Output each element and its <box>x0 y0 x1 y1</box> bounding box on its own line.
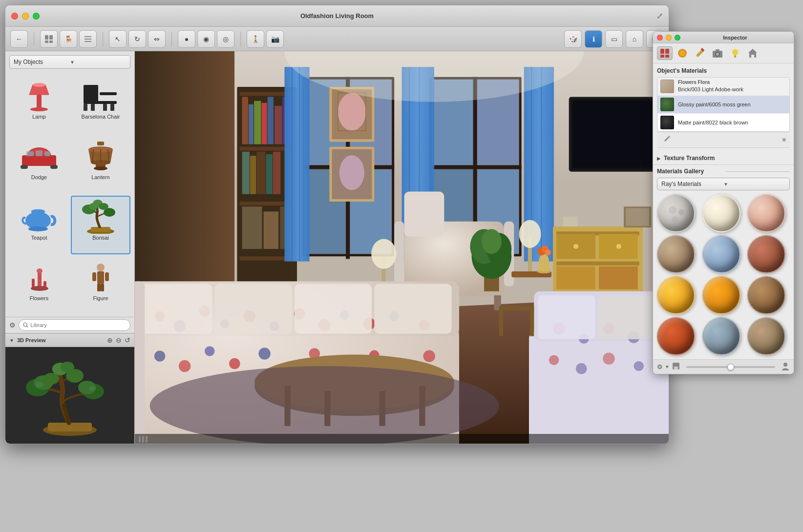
material-ball-brown-wood[interactable] <box>747 276 785 314</box>
svg-rect-23 <box>36 150 42 156</box>
object-item-lantern[interactable]: Lantern <box>71 135 130 194</box>
content-area: My Objects ▼ <box>5 51 669 444</box>
svg-rect-14 <box>84 101 117 104</box>
back-button[interactable]: ← <box>10 30 28 48</box>
material-ball-blue-diamond[interactable] <box>702 235 740 273</box>
inspector-tab-light[interactable] <box>727 46 743 60</box>
inspector-expand-button[interactable] <box>675 35 680 41</box>
inspector-gear-button[interactable]: ⚙ <box>657 363 663 370</box>
objects-dropdown[interactable]: My Objects ▼ <box>9 55 130 69</box>
maximize-button[interactable] <box>33 13 40 20</box>
rotate-tool[interactable]: ↻ <box>128 30 146 48</box>
select-tool[interactable]: ↖ <box>109 30 127 48</box>
svg-rect-25 <box>97 142 104 145</box>
render-btn[interactable]: ◎ <box>217 30 234 48</box>
svg-point-149 <box>545 249 551 255</box>
svg-rect-214 <box>499 307 503 336</box>
object-label-lamp: Lamp <box>32 114 46 120</box>
person-icon[interactable] <box>781 362 790 372</box>
svg-rect-54 <box>101 284 104 291</box>
inspector-minimize-button[interactable] <box>666 35 672 41</box>
chair-tool[interactable]: 🪑 <box>60 30 77 48</box>
dropdown-arrow: ▼ <box>70 60 126 65</box>
eyedropper-tool[interactable] <box>661 134 673 145</box>
layout-btn[interactable]: ▭ <box>605 30 623 48</box>
status-dot <box>142 436 144 443</box>
search-input[interactable] <box>30 322 126 328</box>
object-item-lamp[interactable]: Lamp <box>9 75 69 133</box>
svg-rect-18 <box>110 104 114 111</box>
zoom-slider[interactable] <box>686 366 775 368</box>
main-3d-view <box>135 51 669 444</box>
gallery-dropdown-arrow: ▼ <box>723 182 785 187</box>
material-category[interactable]: Flowers Flora Brick/003 Light Adobe-work <box>657 78 789 96</box>
zoom-out-button[interactable]: ⊖ <box>116 336 122 344</box>
material-swatch-black <box>660 116 674 129</box>
svg-rect-156 <box>556 266 595 289</box>
search-input-wrapper[interactable] <box>19 319 130 331</box>
teapot-thumbnail <box>20 201 59 233</box>
object-item-teapot[interactable]: Teapot <box>9 196 69 254</box>
svg-rect-130 <box>404 192 444 237</box>
material-ball-gray-blue[interactable] <box>702 317 740 355</box>
save-icon[interactable] <box>672 362 680 372</box>
object-item-extra1[interactable]: Flowers <box>9 256 69 315</box>
inspector-tab-camera[interactable] <box>710 46 725 60</box>
inspector-tab-objects[interactable] <box>657 46 673 60</box>
svg-point-237 <box>678 209 684 215</box>
list-tool[interactable] <box>79 30 97 48</box>
material-ball-brown-damask[interactable] <box>657 235 695 273</box>
preview-header[interactable]: ▼ 3D Preview ⊕ ⊖ ↺ <box>5 333 134 347</box>
object-thumb-lantern <box>79 139 123 173</box>
objects-grid: Lamp Bars <box>5 73 134 317</box>
info-button[interactable]: ℹ <box>585 30 602 48</box>
material-ball-cream-floral[interactable] <box>702 194 740 232</box>
svg-point-48 <box>31 286 48 291</box>
material-ball-red-floral[interactable] <box>747 194 785 232</box>
floor-btn[interactable]: ⌂ <box>626 30 643 48</box>
inspector-tab-material[interactable] <box>675 46 690 60</box>
scale-tool[interactable]: ⇔ <box>148 30 166 48</box>
expand-icon[interactable]: ⤢ <box>656 11 663 20</box>
object-item-dodge[interactable]: Dodge <box>9 135 69 194</box>
object-item-chair[interactable]: Barselona Chair <box>71 75 130 133</box>
settings-gear-icon[interactable]: ⚙ <box>9 321 16 329</box>
material-ball-rust-texture[interactable] <box>747 235 785 273</box>
close-button[interactable] <box>11 13 18 20</box>
material-ball-orange2[interactable] <box>702 276 740 314</box>
svg-point-209 <box>634 361 643 371</box>
minimize-button[interactable] <box>22 13 29 20</box>
object-item-bonsai[interactable]: Bonsai <box>71 196 130 254</box>
solid-btn[interactable]: ● <box>178 30 195 48</box>
object-item-extra2[interactable]: Figure <box>71 256 130 315</box>
reset-view-button[interactable]: ↺ <box>125 336 130 344</box>
walk-tool[interactable]: 🚶 <box>247 30 264 48</box>
objects-tool[interactable] <box>40 30 58 48</box>
wire-btn[interactable]: ◉ <box>197 30 215 48</box>
svg-rect-227 <box>716 49 719 51</box>
menu-tool[interactable]: ≡ <box>782 136 786 143</box>
svg-rect-4 <box>85 36 91 37</box>
inspector-tabs <box>653 43 794 63</box>
inspector-tab-home[interactable] <box>745 46 761 60</box>
material-ball-gray-floral[interactable] <box>657 194 695 232</box>
inspector-close-button[interactable] <box>657 35 663 41</box>
zoom-in-button[interactable]: ⊕ <box>107 336 113 344</box>
gallery-dropdown-label: Ray's Materials <box>661 181 723 187</box>
objects-icon[interactable]: 🎲 <box>564 30 582 48</box>
svg-rect-50 <box>97 271 104 284</box>
object-label-bonsai: Bonsai <box>92 235 109 241</box>
gallery-dropdown[interactable]: Ray's Materials ▼ <box>657 178 790 190</box>
inspector-tab-edit[interactable] <box>692 46 708 60</box>
material-ball-orange1[interactable] <box>657 276 695 314</box>
slider-thumb[interactable] <box>727 364 734 370</box>
camera-tool[interactable]: 📷 <box>266 30 284 48</box>
material-ball-brown-rough[interactable] <box>747 317 785 355</box>
svg-point-145 <box>519 220 541 248</box>
inspector-panel: Inspector Object's Materials <box>653 31 794 374</box>
svg-rect-53 <box>97 284 101 291</box>
material-item-green[interactable]: Glossy paint/6005 moss green <box>657 96 789 114</box>
material-item-black[interactable]: Matte paint/8022 black brown <box>657 114 789 131</box>
material-ball-orange3[interactable] <box>657 317 695 355</box>
texture-transform-header[interactable]: ▶ Texture Transform <box>657 155 790 162</box>
